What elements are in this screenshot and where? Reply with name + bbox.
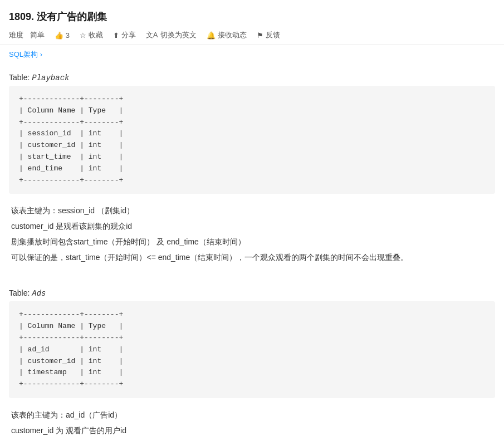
table1-desc-2: 剧集播放时间包含start_time（开始时间） 及 end_time（结束时间…	[11, 234, 493, 249]
table1-schema: +-------------+--------+ | Column Name |…	[9, 86, 495, 194]
table2-desc-1: customer_id 为 观看广告的用户id	[11, 423, 493, 436]
like-icon: 👍	[55, 31, 63, 40]
like-button[interactable]: 👍 3	[55, 31, 70, 40]
table1-description: 该表主键为：session_id （剧集id） customer_id 是观看该…	[9, 199, 495, 271]
translate-icon: 文A	[146, 30, 158, 40]
share-button[interactable]: ⬆ 分享	[113, 30, 136, 40]
breadcrumb-separator: ›	[40, 50, 42, 58]
translate-button[interactable]: 文A 切换为英文	[146, 30, 197, 40]
table1-desc-0: 该表主键为：session_id （剧集id）	[11, 203, 493, 218]
content-area: Table: Playback +-------------+--------+…	[0, 64, 504, 436]
table2-description: 该表的主键为：ad_id（广告id） customer_id 为 观看广告的用户…	[9, 404, 495, 436]
difficulty-label: 难度 简单	[9, 30, 45, 40]
collect-button[interactable]: ☆ 收藏	[80, 30, 103, 40]
toolbar: 难度 简单 👍 3 ☆ 收藏 ⬆ 分享 文A 切换为英文 🔔 接收动态 ⚑ 反馈	[9, 27, 495, 45]
star-icon: ☆	[80, 31, 86, 40]
share-icon: ⬆	[113, 31, 119, 40]
table1-label: Table: Playback	[9, 73, 495, 82]
breadcrumb-link[interactable]: SQL架构	[9, 50, 38, 58]
header-section: 1809. 没有广告的剧集 难度 简单 👍 3 ☆ 收藏 ⬆ 分享 文A 切换为…	[0, 0, 504, 45]
table2-name: Ads	[32, 289, 46, 298]
table2-desc-0: 该表的主键为：ad_id（广告id）	[11, 407, 493, 423]
breadcrumb: SQL架构 ›	[0, 45, 504, 64]
flag-icon: ⚑	[257, 31, 263, 40]
table1-name: Playback	[32, 74, 69, 82]
section-gap	[9, 271, 495, 282]
table2-schema: +-------------+--------+ | Column Name |…	[9, 301, 495, 398]
feedback-button[interactable]: ⚑ 反馈	[257, 30, 280, 40]
table1-desc-1: customer_id 是观看该剧集的观众id	[11, 218, 493, 234]
page-title: 1809. 没有广告的剧集	[9, 6, 495, 27]
bell-icon: 🔔	[207, 31, 216, 40]
table2-label: Table: Ads	[9, 288, 495, 298]
table1-desc-3: 可以保证的是，start_time（开始时间）<= end_time（结束时间）…	[11, 249, 493, 265]
notify-button[interactable]: 🔔 接收动态	[207, 30, 247, 40]
